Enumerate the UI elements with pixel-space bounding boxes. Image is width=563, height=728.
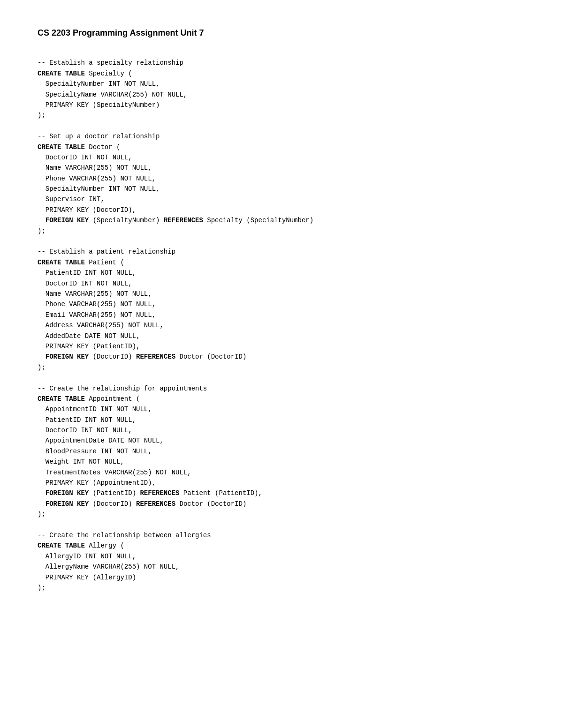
allergy-comment: -- Create the relationship between aller… — [38, 532, 211, 539]
appointment-comment: -- Create the relationship for appointme… — [38, 385, 207, 392]
patient-create-keyword: CREATE TABLE Patient ( PatientID INT NOT… — [38, 259, 246, 371]
code-content: -- Establish a specialty relationship CR… — [38, 47, 525, 593]
doctor-create-keyword: CREATE TABLE Doctor ( DoctorID INT NOT N… — [38, 143, 313, 235]
specialty-comment: -- Establish a specialty relationship — [38, 59, 183, 67]
appointment-create-keyword: CREATE TABLE Appointment ( AppointmentID… — [38, 395, 262, 518]
patient-comment: -- Establish a patient relationship — [38, 248, 175, 255]
specialty-create-keyword: CREATE TABLE Specialty ( SpecialtyNumber… — [38, 70, 187, 120]
page-title: CS 2203 Programming Assignment Unit 7 — [38, 28, 525, 38]
doctor-comment: -- Set up a doctor relationship — [38, 133, 160, 140]
allergy-create-keyword: CREATE TABLE Allergy ( AllergyID INT NOT… — [38, 542, 179, 592]
